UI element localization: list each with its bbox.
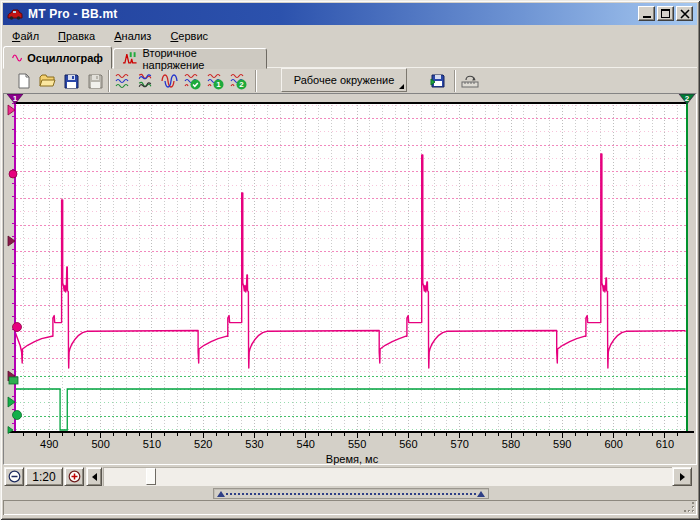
svg-text:550: 550 [348,438,366,450]
svg-text:500: 500 [91,438,109,450]
minimize-button[interactable] [638,6,655,21]
maximize-icon [661,9,670,18]
scroll-right-icon [680,473,685,481]
close-button[interactable] [676,6,693,21]
waves-button[interactable] [112,69,134,93]
zoom-in-button[interactable] [64,467,84,486]
zoom-in-icon [68,470,81,483]
waves-icon [115,73,132,89]
svg-text:510: 510 [143,438,161,450]
oscilloscope-panel: 4905005105205305405505605705805906006101… [3,93,697,465]
svg-text:600: 600 [604,438,622,450]
waves-accept-icon [184,73,201,90]
maximize-button[interactable] [657,6,674,21]
scroll-left-icon [92,473,97,481]
new-file-button[interactable] [13,69,35,93]
waves-compare-button[interactable] [135,69,157,93]
zoom-out-button[interactable] [4,467,24,486]
scroll-left-button[interactable] [86,467,102,486]
svg-text:490: 490 [40,438,58,450]
toolbar-separator [108,70,110,92]
measure-button[interactable] [459,69,481,93]
zoom-scale-label: 1:20 [25,467,63,486]
range-end-handle[interactable] [477,491,485,497]
x-tick-labels: 490500510520530540550560570580590600610 [40,438,674,450]
oscilloscope-plot[interactable]: 4905005105205305405505605705805906006101… [4,94,696,464]
record-range-slider[interactable] [213,488,489,499]
svg-text:590: 590 [553,438,571,450]
zoom-bar: 1:20 [3,466,697,487]
save-disabled-icon [88,74,103,89]
svg-text:1: 1 [13,94,18,103]
menu-bar: Файл Правка Анализ Сервис [3,26,697,46]
measure-icon [461,73,479,89]
toolbar-separator [255,70,257,92]
time-scrollbar[interactable] [103,467,675,486]
svg-text:520: 520 [194,438,212,450]
app-window: MT Pro - BB.mt Файл Правка Анализ Сервис… [0,0,700,520]
chevron-down-icon [399,84,404,89]
scrollbar-thumb[interactable] [146,468,156,485]
waves-accept-button[interactable] [181,69,203,93]
menu-analysis[interactable]: Анализ [105,27,161,45]
sine-wave-icon [12,51,22,65]
zoom-out-icon [8,470,21,483]
secondary-voltage-icon [122,51,138,66]
toolbar-separator [454,70,456,92]
waves-one-button[interactable]: 1 [204,69,226,93]
range-start-handle[interactable] [217,491,225,497]
menu-file[interactable]: Файл [3,27,49,45]
scroll-right-button[interactable] [672,467,692,486]
plot-background [15,103,687,432]
car-icon [7,8,23,20]
svg-text:540: 540 [297,438,315,450]
svg-text:580: 580 [502,438,520,450]
window-title: MT Pro - BB.mt [28,7,117,21]
workspace-dropdown[interactable]: Рабочее окружение [281,68,407,92]
svg-text:2: 2 [685,94,690,103]
waves-one-icon: 1 [207,73,224,90]
svg-text:560: 560 [399,438,417,450]
svg-text:570: 570 [451,438,469,450]
new-file-icon [16,73,32,89]
save-workspace-button[interactable] [427,69,449,93]
close-icon [680,9,690,19]
resize-grip-icon[interactable] [684,502,696,514]
x-axis-label: Время, мс [16,453,688,465]
svg-text:610: 610 [656,438,674,450]
title-bar[interactable]: MT Pro - BB.mt [3,3,697,25]
toolbar: 1 2 Рабочее окружение [3,66,697,94]
menu-service[interactable]: Сервис [161,27,218,45]
waves-two-button[interactable]: 2 [227,69,249,93]
open-folder-icon [39,73,56,89]
menu-edit[interactable]: Правка [49,27,105,45]
waves-overlay-button[interactable] [158,69,180,93]
save-workspace-icon [430,73,446,89]
waves-two-icon: 2 [230,73,247,90]
save-copy-button[interactable] [84,69,106,93]
open-file-button[interactable] [36,69,58,93]
save-button[interactable] [60,69,82,93]
range-track [226,493,476,495]
tab-secondary-voltage[interactable]: Вторичное напряжение [113,48,267,69]
svg-text:2: 2 [239,80,244,89]
tab-oscilloscope[interactable]: Осциллограф [3,46,112,69]
svg-text:1: 1 [216,80,221,89]
waves-overlay-icon [161,73,178,89]
status-bar [3,500,697,515]
waves-compare-icon [138,73,155,89]
svg-text:530: 530 [245,438,263,450]
save-icon [64,74,79,89]
minimize-icon [643,16,651,18]
